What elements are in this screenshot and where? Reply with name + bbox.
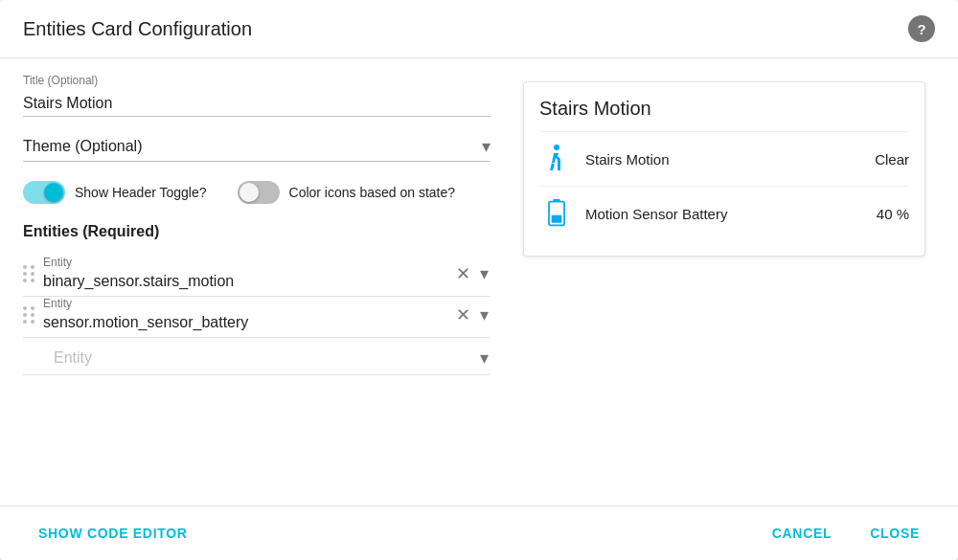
entity-clear-button-2[interactable]: ✕	[454, 302, 472, 327]
cancel-button[interactable]: CANCEL	[757, 518, 848, 549]
show-header-toggle-item: Show Header Toggle?	[23, 181, 207, 204]
help-icon[interactable]: ?	[908, 15, 935, 42]
preview-entity-name-2: Motion Sensor Battery	[585, 206, 865, 222]
entity-expand-button-2[interactable]: ▾	[478, 302, 490, 327]
preview-entity-state-2: 40 %	[877, 206, 909, 222]
preview-entity-state-1: Clear	[875, 151, 909, 168]
title-input[interactable]	[23, 91, 490, 117]
theme-placeholder: Theme (Optional)	[23, 138, 482, 155]
preview-card: Stairs Motion Stairs Motion Clear	[523, 81, 925, 257]
show-header-toggle-label: Show Header Toggle?	[75, 185, 207, 200]
entities-card-config-dialog: Entities Card Configuration ? Title (Opt…	[0, 0, 958, 560]
svg-rect-3	[552, 215, 562, 223]
preview-entity-name-1: Stairs Motion	[585, 151, 863, 168]
dialog-footer: SHOW CODE EDITOR CANCEL CLOSE	[0, 505, 958, 560]
theme-chevron-icon: ▾	[482, 136, 490, 157]
entity-clear-button-1[interactable]: ✕	[454, 261, 472, 286]
entity-row-1: Entity binary_sensor.stairs_motion ✕ ▾	[23, 256, 490, 297]
entity-actions-1: ✕ ▾	[454, 261, 490, 286]
add-entity-chevron[interactable]: ▾	[478, 346, 490, 370]
entity-label-2: Entity	[43, 297, 446, 310]
title-field-group: Title (Optional)	[23, 74, 490, 117]
right-panel: Stairs Motion Stairs Motion Clear	[513, 74, 935, 490]
color-icons-toggle[interactable]	[238, 181, 280, 204]
entity-add-row[interactable]: Entity ▾	[23, 338, 490, 375]
close-button[interactable]: CLOSE	[855, 518, 935, 549]
theme-field-group: Theme (Optional) ▾	[23, 132, 490, 162]
preview-walk-icon	[539, 142, 574, 176]
entities-section-title: Entities (Required)	[23, 223, 490, 240]
dialog-body: Title (Optional) Theme (Optional) ▾ Show…	[0, 58, 958, 505]
entity-expand-button-1[interactable]: ▾	[478, 261, 490, 286]
dialog-header: Entities Card Configuration ?	[0, 0, 958, 58]
drag-handle-1[interactable]	[23, 265, 35, 282]
show-code-editor-button[interactable]: SHOW CODE EDITOR	[23, 518, 203, 549]
toggles-row: Show Header Toggle? Color icons based on…	[23, 181, 490, 204]
footer-left: SHOW CODE EDITOR	[23, 518, 203, 549]
entities-section: Entities (Required)	[23, 219, 490, 240]
entity-row-2: Entity sensor.motion_sensor_battery ✕ ▾	[23, 297, 490, 338]
entity-list: Entity binary_sensor.stairs_motion ✕ ▾	[23, 256, 490, 375]
left-panel: Title (Optional) Theme (Optional) ▾ Show…	[23, 74, 490, 490]
entity-value-2: sensor.motion_sensor_battery	[43, 312, 446, 333]
drag-handle-2[interactable]	[23, 306, 35, 324]
color-icons-toggle-label: Color icons based on state?	[289, 185, 456, 200]
footer-right: CANCEL CLOSE	[757, 518, 935, 549]
theme-select[interactable]: Theme (Optional) ▾	[23, 132, 490, 162]
entity-field-2: Entity sensor.motion_sensor_battery	[43, 297, 446, 333]
preview-card-title: Stairs Motion	[539, 98, 909, 120]
show-header-toggle[interactable]	[23, 181, 65, 204]
color-icons-toggle-item: Color icons based on state?	[238, 181, 456, 204]
add-entity-placeholder: Entity	[54, 349, 478, 367]
entity-value-1: binary_sensor.stairs_motion	[43, 271, 446, 292]
preview-battery-icon	[539, 196, 574, 231]
preview-entity-row-1: Stairs Motion Clear	[539, 131, 909, 186]
entity-label-1: Entity	[43, 256, 446, 269]
svg-point-0	[554, 145, 559, 150]
dialog-title: Entities Card Configuration	[23, 18, 252, 40]
title-label: Title (Optional)	[23, 74, 490, 87]
entity-actions-2: ✕ ▾	[454, 302, 490, 327]
preview-entity-row-2: Motion Sensor Battery 40 %	[539, 186, 909, 240]
entity-field-1: Entity binary_sensor.stairs_motion	[43, 256, 446, 292]
